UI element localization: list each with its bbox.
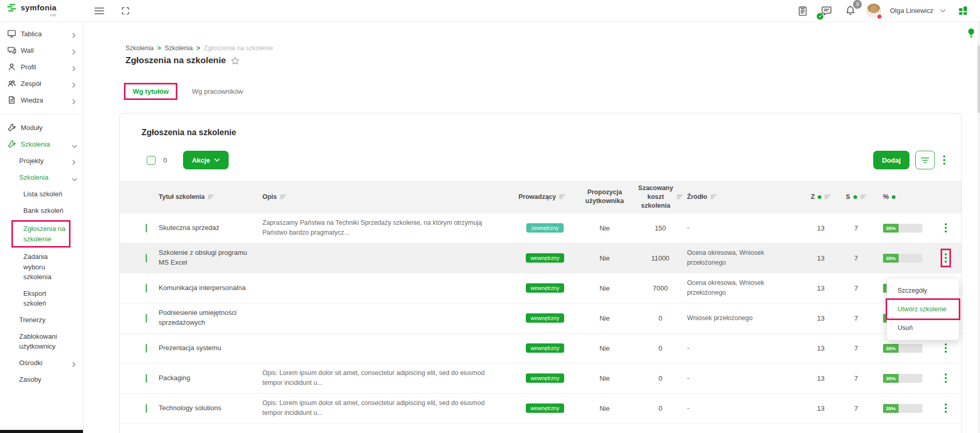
table-options-kebab[interactable] (941, 152, 948, 168)
sidebar-item-zasoby[interactable]: Zasoby (0, 371, 83, 388)
add-button-label: Dodaj (882, 156, 901, 164)
chevron-right-icon (72, 97, 76, 108)
messages-button[interactable] (819, 4, 834, 18)
sidebar-item-profil[interactable]: Profil (0, 59, 83, 76)
column-header-source[interactable]: Źródło (687, 190, 805, 205)
column-header-label: Szacowany koszt szkolenia (638, 184, 674, 210)
lead-type-badge: wewnętrzny (526, 283, 564, 293)
row-title: Podniesienie umiejętności sprzedażowych (159, 305, 262, 331)
sidebar-item-zablokowani-uzytkownicy[interactable]: Zablokowani użytkownicy (0, 328, 83, 355)
row-description (262, 285, 519, 291)
row-title: Packaging (159, 370, 262, 386)
column-header-badge[interactable]: Prowadzący (519, 190, 576, 205)
row-menu-kebab[interactable] (942, 400, 949, 416)
sidebar-item-zespol[interactable]: Zespół (0, 76, 83, 92)
row-checkbox-cell (120, 371, 159, 385)
select-all-checkbox[interactable] (147, 156, 156, 165)
lead-type-badge: wewnętrzny (526, 313, 564, 323)
page-scrollbar-thumb[interactable] (977, 46, 980, 113)
row-checkbox[interactable] (146, 344, 147, 353)
row-checkbox[interactable] (146, 404, 147, 413)
sort-icon[interactable] (280, 194, 286, 199)
row-checkbox[interactable] (146, 254, 147, 263)
user-avatar[interactable] (866, 4, 881, 18)
sidebar-item-szkolenia[interactable]: Szkolenia (0, 136, 83, 153)
row-checkbox-cell (120, 341, 159, 355)
breadcrumb-item[interactable]: Szkolenia (125, 45, 153, 52)
sidebar-item-zadania-wyboru-szkolenia[interactable]: Zadania wyboru szkolenia (0, 249, 83, 285)
row-checkbox[interactable] (146, 374, 147, 383)
notifications-bell-button[interactable]: 9 (843, 3, 858, 19)
row-lead-type-cell: wewnętrzny (519, 310, 576, 326)
favorite-star-icon[interactable] (231, 56, 240, 65)
add-button[interactable]: Dodaj (873, 151, 909, 169)
row-menu-kebab[interactable] (942, 370, 949, 386)
column-header-s[interactable]: S (841, 190, 876, 205)
lead-type-badge: wewnętrzny (526, 373, 564, 383)
row-user-proposal: Nie (576, 221, 638, 235)
symfonia-logo[interactable]: symfonia HR (7, 4, 89, 18)
row-user-proposal: Nie (576, 251, 638, 265)
column-header-label: Tytuł szkolenia (159, 193, 205, 201)
table-row: Podniesienie umiejętności sprzedażowychw… (120, 304, 961, 334)
filter-button[interactable] (915, 151, 935, 169)
row-checkbox[interactable] (146, 224, 147, 233)
sidebar-item-projekty[interactable]: Projekty (0, 153, 83, 169)
sidebar-item-label: Zgłoszenia na szkolenie (23, 224, 67, 244)
sidebar-item-lista-szkolen[interactable]: Lista szkoleń (0, 186, 83, 203)
sort-icon[interactable] (860, 194, 866, 199)
sort-icon[interactable] (824, 194, 831, 199)
lightbulb-help-button[interactable] (967, 28, 975, 39)
sidebar-item-wiedza[interactable]: Wiedza (0, 92, 83, 109)
actions-button[interactable]: Akcje (183, 151, 229, 169)
menu-item-szczegoly[interactable]: Szczegóły (887, 281, 959, 300)
column-header-pct[interactable]: % (876, 190, 934, 205)
sidebar-item-label: Wiedza (21, 95, 43, 106)
apps-grid-button[interactable] (957, 4, 970, 17)
column-header-title[interactable]: Tytuł szkolenia (159, 190, 262, 205)
tasks-clipboard-button[interactable] (795, 3, 810, 19)
sidebar-item-wall[interactable]: Wall (0, 42, 83, 59)
tab-wg-tytulow[interactable]: Wg tytułów (124, 83, 177, 100)
column-header-inner: % (883, 193, 895, 201)
sidebar-nav: TablicaWallProfilZespółWiedzaModułySzkol… (0, 26, 83, 388)
sidebar-item-osrodki[interactable]: Ośrodki (0, 355, 83, 371)
breadcrumb-item[interactable]: Szkolenia (165, 45, 193, 52)
sidebar-item-trenerzy[interactable]: Trenerzy (0, 312, 83, 328)
sidebar-item-bank-szkolen[interactable]: Bank szkoleń (0, 203, 83, 219)
sidebar-item-zgloszenia-na-szkolenie[interactable]: Zgłoszenia na szkolenie (11, 220, 71, 248)
row-checkbox[interactable] (146, 314, 147, 323)
page-scrollbar[interactable] (977, 22, 980, 433)
sidebar-item-szkolenia[interactable]: Szkolenia (0, 169, 83, 186)
row-progress-cell: 35% (876, 371, 934, 386)
info-dot-icon (853, 195, 857, 199)
column-header-z[interactable]: Z (805, 190, 841, 205)
row-estimated-cost: 0 (638, 401, 687, 415)
row-menu-kebab[interactable] (942, 340, 949, 356)
column-header-desc[interactable]: Opis (262, 190, 519, 205)
sidebar-item-eksport-szkolen[interactable]: Eksport szkoleń (0, 285, 83, 312)
apps-grid-icon (959, 6, 968, 15)
row-menu-kebab[interactable] (942, 250, 949, 266)
sidebar-item-moduly[interactable]: Moduły (0, 120, 83, 136)
column-header-inner: Propozycja użytkownika (576, 188, 634, 206)
menu-item-utworz-szkolenie[interactable]: Utwórz szkolenie (887, 300, 959, 319)
brand-sub: HR (50, 13, 57, 18)
menu-item-usun[interactable]: Usuń (887, 319, 959, 337)
chevron-right-icon (72, 81, 76, 91)
row-menu-kebab[interactable] (942, 220, 949, 236)
sort-icon[interactable] (677, 194, 683, 199)
column-header-cost[interactable]: Szacowany koszt szkolenia (638, 181, 687, 213)
sort-icon[interactable] (559, 194, 565, 199)
column-header-proposal[interactable]: Propozycja użytkownika (576, 185, 638, 209)
breadcrumb-item[interactable]: Zgłoszenia na szkolenie (204, 45, 273, 52)
sidebar-item-tablica[interactable]: Tablica (0, 26, 83, 42)
row-checkbox[interactable] (146, 284, 147, 293)
menu-toggle-button[interactable] (92, 5, 106, 17)
sidebar-item-label: Szkolenia (19, 172, 48, 183)
fullscreen-button[interactable] (119, 4, 132, 18)
sort-icon[interactable] (710, 194, 717, 199)
tab-wg-pracownikow[interactable]: Wg pracowników (190, 83, 245, 99)
user-menu-chevron[interactable] (938, 7, 948, 15)
sort-icon[interactable] (208, 194, 214, 199)
